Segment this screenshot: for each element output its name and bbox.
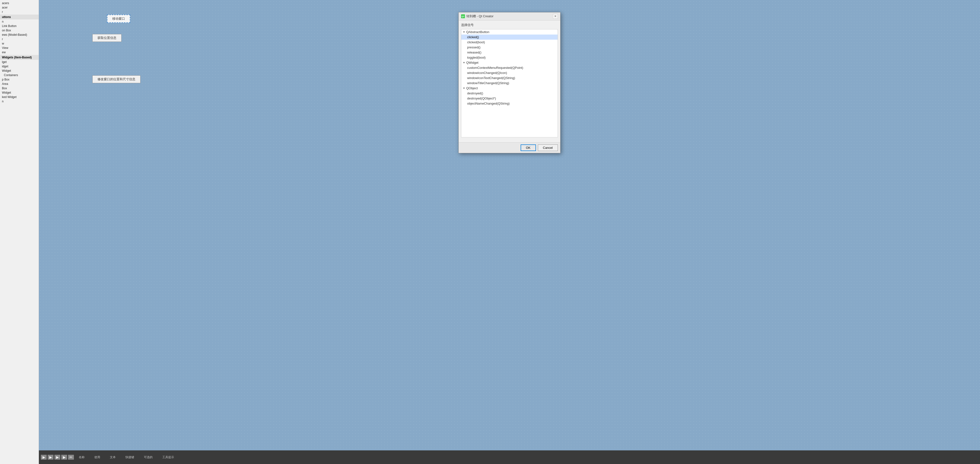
sidebar-item-lget[interactable]: lget <box>0 60 39 64</box>
modal-titlebar: QC 转到槽 - Qt Creator × <box>459 13 560 21</box>
sidebar-item-ked-widget[interactable]: ked Widget <box>0 95 39 99</box>
sidebar-item-containers[interactable]: Containers <box>0 73 39 77</box>
sidebar-item-ews[interactable]: ews (Model-Based) <box>0 33 39 37</box>
sidebar-item-acers[interactable]: acers <box>0 1 39 5</box>
sidebar-item-w[interactable]: w <box>0 41 39 46</box>
tree-item-pressed[interactable]: pressed() <box>461 45 558 50</box>
modal-footer: OK Cancel <box>459 142 560 153</box>
sidebar-item-acer[interactable]: acer <box>0 5 39 10</box>
sidebar-item-widget2[interactable]: Widget <box>0 91 39 95</box>
modal-overlay: QC 转到槽 - Qt Creator × 选择信号 ▼ QAbstractBu… <box>39 0 980 464</box>
sidebar-item-p-box[interactable]: p Box <box>0 77 39 82</box>
modal-title-text: 转到槽 - Qt Creator <box>466 14 493 19</box>
tree-group-qobject[interactable]: ▼ QObject <box>461 86 558 91</box>
chevron-down-icon: ▼ <box>463 30 465 33</box>
tree-item-objectnamechanged[interactable]: objectNameChanged(QString) <box>461 101 558 106</box>
tree-item-windowtitlechanged[interactable]: windowTitleChanged(QString) <box>461 80 558 86</box>
sidebar-item-widget[interactable]: Widget <box>0 69 39 73</box>
tree-item-clicked-bool[interactable]: clicked(bool) <box>461 40 558 45</box>
ok-button[interactable]: OK <box>520 144 536 151</box>
group-label-qabstractbutton: QAbstractButton <box>466 30 489 34</box>
tree-item-customcontext[interactable]: customContextMenuRequested(QPoint) <box>461 65 558 70</box>
sidebar-item-ew[interactable]: ew <box>0 50 39 54</box>
sidebar-item-on-box[interactable]: on Box <box>0 28 39 33</box>
tree-item-released[interactable]: released() <box>461 50 558 55</box>
modal-dialog: QC 转到槽 - Qt Creator × 选择信号 ▼ QAbstractBu… <box>458 12 560 153</box>
sidebar-item-link-button[interactable]: Link Button <box>0 24 39 28</box>
tree-group-qwidget[interactable]: ▼ QWidget <box>461 60 558 65</box>
sidebar: acers acer r uttons n Link Button on Box… <box>0 0 39 464</box>
sidebar-item-idget[interactable]: idget <box>0 64 39 69</box>
main-canvas: 移动窗口 获取位置信息 修改窗口的位置和尺寸信息 ▶ ▶ ▶ ▶ ✏ 名称 使用… <box>39 0 980 464</box>
signal-tree[interactable]: ▼ QAbstractButton clicked() clicked(bool… <box>461 29 558 137</box>
tree-item-toggled-bool[interactable]: toggled(bool) <box>461 55 558 60</box>
sidebar-item-n[interactable]: n <box>0 19 39 24</box>
tree-item-clicked[interactable]: clicked() <box>461 35 558 40</box>
chevron-down-icon-3: ▼ <box>463 87 465 89</box>
sidebar-item-n2[interactable]: n <box>0 99 39 104</box>
modal-body: 选择信号 ▼ QAbstractButton clicked() clicked… <box>459 21 560 142</box>
tree-group-qabstractbutton[interactable]: ▼ QAbstractButton <box>461 29 558 35</box>
tree-item-windowiconchanged[interactable]: windowIconChanged(QIcon) <box>461 70 558 75</box>
chevron-down-icon-2: ▼ <box>463 61 465 64</box>
modal-subtitle: 选择信号 <box>461 23 558 27</box>
sidebar-item-r[interactable]: r <box>0 10 39 14</box>
sidebar-item-view[interactable]: View <box>0 46 39 50</box>
sidebar-header-buttons: uttons <box>0 14 39 19</box>
tree-item-windowicontextchanged[interactable]: windowIconTextChanged(QString) <box>461 75 558 80</box>
group-label-qwidget: QWidget <box>466 61 479 64</box>
tree-item-destroyed[interactable]: destroyed() <box>461 91 558 96</box>
modal-title-left: QC 转到槽 - Qt Creator <box>461 14 493 19</box>
cancel-button[interactable]: Cancel <box>538 144 558 151</box>
group-label-qobject: QObject <box>466 86 478 90</box>
qt-logo-icon: QC <box>461 14 465 18</box>
tree-item-destroyed-qobject[interactable]: destroyed(QObject*) <box>461 96 558 101</box>
sidebar-item-box[interactable]: Box <box>0 86 39 91</box>
sidebar-item-r2[interactable]: r <box>0 37 39 41</box>
close-button[interactable]: × <box>553 14 558 19</box>
sidebar-item-area[interactable]: Area <box>0 82 39 86</box>
sidebar-header-widgets: Widgets (Item-Based) <box>0 55 39 60</box>
